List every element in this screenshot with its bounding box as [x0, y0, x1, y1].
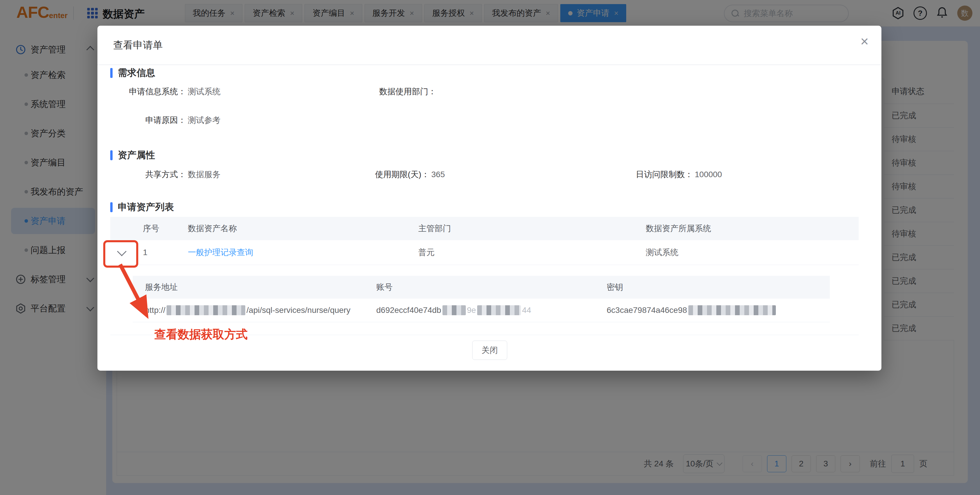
section-heading-need-info: 需求信息: [110, 67, 155, 79]
dialog-header: 查看申请单 ×: [97, 26, 881, 65]
field-share-mode: 共享方式：数据服务: [110, 169, 221, 180]
service-address-value: http:///api/sql-services/nurse/query: [133, 305, 364, 315]
close-icon[interactable]: ×: [861, 34, 869, 48]
column-header: 服务地址: [133, 282, 364, 293]
table-header-row: 服务地址 账号 密钥: [133, 276, 830, 299]
applied-assets-table: 序号 数据资产名称 主管部门 数据资产所属系统 1 一般护理记录查询 普元 测试…: [110, 217, 859, 265]
dialog-title: 查看申请单: [113, 26, 163, 64]
section-heading-asset-attrs: 资产属性: [110, 149, 155, 162]
secret-key-value: 6c3cae79874a46ce98: [594, 305, 830, 315]
row-index: 1: [133, 248, 178, 257]
redaction-mosaic: [477, 305, 521, 315]
access-detail-table: 服务地址 账号 密钥 http:///api/sql-services/nurs…: [133, 276, 830, 322]
redaction-mosaic: [442, 305, 466, 315]
table-row: 1 一般护理记录查询 普元 测试系统: [110, 240, 859, 265]
column-header: 序号: [133, 223, 178, 234]
annotation-arrow: [110, 260, 159, 322]
column-header: 主管部门: [408, 223, 636, 234]
annotation-text: 查看数据获取方式: [154, 326, 248, 342]
field-apply-reason: 申请原因：测试参考: [110, 114, 221, 126]
table-row: http:///api/sql-services/nurse/query d69…: [133, 299, 830, 322]
close-dialog-button[interactable]: 关闭: [472, 341, 507, 360]
section-heading-asset-list: 申请资产列表: [110, 201, 174, 214]
column-header: 密钥: [594, 282, 830, 293]
column-header: 数据资产名称: [178, 223, 408, 234]
asset-name-link[interactable]: 一般护理记录查询: [188, 248, 253, 257]
table-header-row: 序号 数据资产名称 主管部门 数据资产所属系统: [110, 217, 859, 240]
account-value: d692eccf40e74db9e44: [364, 305, 594, 315]
redaction-mosaic: [167, 305, 245, 315]
column-header: 数据资产所属系统: [636, 223, 859, 234]
row-department: 普元: [408, 247, 636, 258]
column-header: 账号: [364, 282, 594, 293]
row-system: 测试系统: [636, 247, 859, 258]
view-application-dialog: 查看申请单 × 需求信息 申请信息系统：测试系统 数据使用部门： 申请原因：测试…: [97, 26, 881, 370]
field-usage-period: 使用期限(天)：365: [375, 169, 445, 180]
field-apply-system: 申请信息系统：测试系统: [110, 86, 221, 97]
redaction-mosaic: [688, 305, 776, 315]
field-daily-access-limit: 日访问限制数：100000: [636, 169, 722, 180]
field-data-use-department: 数据使用部门：: [379, 86, 438, 97]
